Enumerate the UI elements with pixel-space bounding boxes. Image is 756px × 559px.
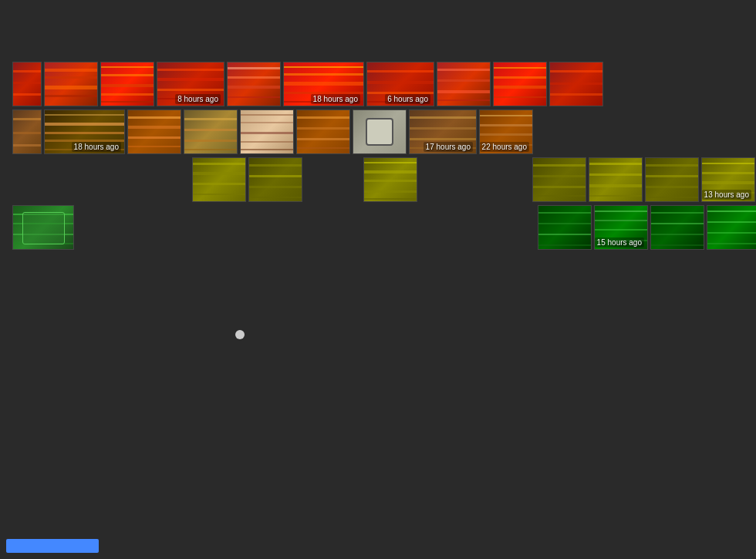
timestamp-r2-10: 22 hours ago xyxy=(480,142,529,152)
thumbnail-r1-1[interactable] xyxy=(12,62,42,106)
thumbnail-r2-5[interactable] xyxy=(240,109,294,154)
thumbnail-r3-7[interactable]: 13 hours ago xyxy=(701,157,755,202)
thumbnail-r3-3[interactable] xyxy=(363,157,417,202)
cursor-dot xyxy=(235,330,245,339)
thumbnail-r2-6[interactable] xyxy=(296,109,350,154)
thumbnail-r4-1[interactable] xyxy=(538,205,592,250)
thumbnail-r4-3[interactable] xyxy=(650,205,704,250)
thumbnail-r3-1[interactable] xyxy=(192,157,246,202)
thumbnail-r1-4[interactable]: 8 hours ago xyxy=(157,62,224,106)
timestamp-r4-2: 15 hours ago xyxy=(595,237,644,248)
thumbnail-r3-2[interactable] xyxy=(248,157,302,202)
thumbnail-r2-4[interactable] xyxy=(184,109,238,154)
thumbnail-r2-arcade[interactable]: 18 hours ago xyxy=(44,109,125,154)
thumbnail-r1-9[interactable] xyxy=(493,62,547,106)
thumbnail-r2-9[interactable]: 17 hours ago xyxy=(409,109,477,154)
timestamp-r1-7: 6 hours ago xyxy=(385,94,430,104)
thumbnail-r2-solo[interactable] xyxy=(12,109,42,154)
timestamp-r1-6: 18 hours ago xyxy=(311,94,360,104)
thumbnail-r1-7[interactable]: 6 hours ago xyxy=(366,62,434,106)
thumbnail-r1-8[interactable] xyxy=(437,62,491,106)
row4: 15 hours ago xyxy=(12,205,750,250)
thumbnail-r2-watch[interactable] xyxy=(353,109,407,154)
timestamp-r2-arcade: 18 hours ago xyxy=(72,142,121,152)
thumbnail-r1-10[interactable] xyxy=(549,62,603,106)
timestamp-r3-7: 13 hours ago xyxy=(702,190,751,200)
thumbnail-r1-6[interactable]: 18 hours ago xyxy=(283,62,364,106)
thumbnail-r1-2[interactable] xyxy=(44,62,98,106)
thumbnail-r3-4[interactable] xyxy=(532,157,586,202)
thumbnail-r4-solo[interactable] xyxy=(12,205,74,250)
thumbnail-r1-3[interactable] xyxy=(100,62,154,106)
timestamp-r2-9: 17 hours ago xyxy=(424,142,473,152)
bottom-progress-bar[interactable] xyxy=(6,539,99,553)
thumbnail-r1-5[interactable] xyxy=(227,62,281,106)
thumbnail-r4-4[interactable] xyxy=(707,205,756,250)
thumbnail-r2-10[interactable]: 22 hours ago xyxy=(479,109,533,154)
timestamp-r1-4: 8 hours ago xyxy=(175,94,221,104)
thumbnail-r2-3[interactable] xyxy=(127,109,181,154)
thumbnail-r4-2[interactable]: 15 hours ago xyxy=(594,205,648,250)
thumbnail-r3-6[interactable] xyxy=(645,157,699,202)
thumbnail-r3-5[interactable] xyxy=(589,157,643,202)
row4-spacer xyxy=(76,205,535,250)
